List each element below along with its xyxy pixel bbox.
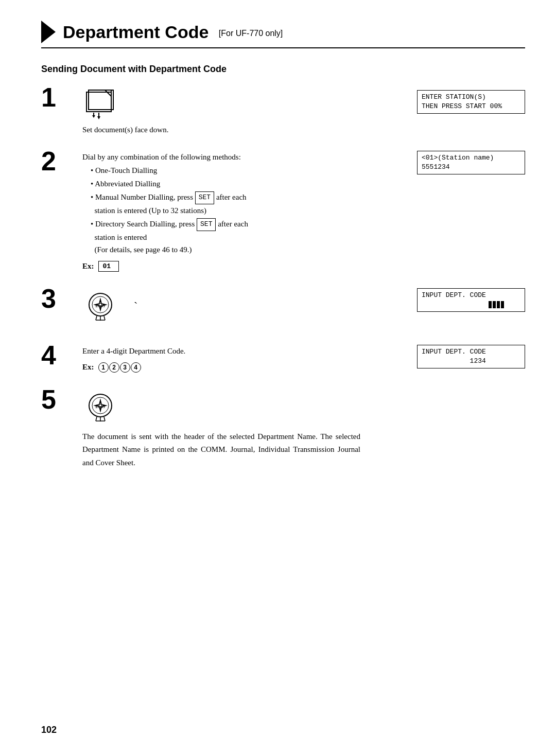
step-4-ex: Ex: 1234 bbox=[82, 362, 371, 373]
step-2-number: 2 bbox=[41, 148, 77, 174]
ex-box-2: 01 bbox=[98, 261, 119, 272]
step-2-ex: Ex: 01 bbox=[82, 261, 371, 272]
section-title: Sending Document with Department Code bbox=[41, 64, 525, 75]
svg-text:START: START bbox=[95, 305, 106, 308]
page-title: Department Code [For UF-770 only] bbox=[63, 22, 283, 42]
step-2-content: Dial by any combination of the following… bbox=[77, 151, 371, 272]
page-header: Department Code [For UF-770 only] bbox=[41, 21, 525, 48]
svg-rect-0 bbox=[86, 92, 111, 112]
step-4-row: 4 Enter a 4-digit Department Code. Ex: 1… bbox=[41, 345, 525, 373]
step-1-lcd: ENTER STATION(S) THEN PRESS START 00% bbox=[381, 90, 525, 114]
svg-marker-6 bbox=[97, 116, 100, 119]
step-5-description: The document is sent with the header of … bbox=[82, 430, 360, 470]
circled-2: 2 bbox=[109, 362, 119, 373]
svg-marker-5 bbox=[92, 115, 95, 118]
ex-label-4: Ex: bbox=[82, 363, 94, 372]
set-button-inline-1: SET bbox=[195, 191, 214, 204]
svg-line-27 bbox=[96, 417, 97, 421]
steps-container: 1 Set document(s) face down. bbox=[41, 87, 525, 486]
svg-text:START: START bbox=[95, 406, 106, 409]
step-2-intro: Dial by any combination of the following… bbox=[82, 151, 371, 256]
step-4-content: Enter a 4-digit Department Code. Ex: 123… bbox=[77, 345, 371, 373]
step-1-number: 1 bbox=[41, 84, 77, 111]
start-button-icon-3: START bbox=[82, 288, 118, 324]
svg-line-17 bbox=[104, 316, 105, 320]
lcd-display-3: INPUT DEPT. CODE bbox=[417, 288, 525, 312]
svg-rect-1 bbox=[89, 90, 113, 110]
set-button-inline-2: SET bbox=[197, 218, 216, 231]
step-4-lcd: INPUT DEPT. CODE 1234 bbox=[381, 345, 525, 368]
lcd-display-4: INPUT DEPT. CODE 1234 bbox=[417, 345, 525, 368]
header-arrow-icon bbox=[41, 21, 56, 43]
title-subtitle: [For UF-770 only] bbox=[219, 29, 283, 38]
svg-marker-21 bbox=[99, 398, 102, 405]
step-2-row: 2 Dial by any combination of the followi… bbox=[41, 151, 525, 272]
svg-marker-9 bbox=[99, 297, 102, 304]
page-number: 102 bbox=[41, 725, 57, 735]
tilde-mark-3: ` bbox=[134, 300, 137, 313]
step-3-lcd: INPUT DEPT. CODE bbox=[381, 288, 525, 312]
ex-label-2: Ex: bbox=[82, 262, 94, 271]
circled-4: 4 bbox=[131, 362, 141, 373]
svg-line-15 bbox=[96, 316, 97, 320]
step-1-description: Set document(s) face down. bbox=[82, 126, 371, 134]
step-5-row: 5 START The documen bbox=[41, 389, 525, 470]
step-1-row: 1 Set document(s) face down. bbox=[41, 87, 525, 134]
step-3-number: 3 bbox=[41, 285, 77, 312]
step-4-description: Enter a 4-digit Department Code. bbox=[82, 345, 371, 357]
circled-1: 1 bbox=[98, 362, 109, 373]
step-5-number: 5 bbox=[41, 386, 77, 413]
step-2-lcd: <01>(Station name) 5551234 bbox=[381, 151, 525, 174]
circled-3: 3 bbox=[120, 362, 130, 373]
svg-line-29 bbox=[104, 417, 105, 421]
step-1-content: Set document(s) face down. bbox=[77, 87, 371, 134]
step-3-row: 3 bbox=[41, 288, 525, 324]
lcd-display-1: ENTER STATION(S) THEN PRESS START 00% bbox=[417, 90, 525, 114]
svg-line-2 bbox=[105, 90, 111, 96]
circled-numbers: 1234 bbox=[98, 362, 142, 373]
step-5-content: START The document is sent with the head… bbox=[77, 389, 525, 470]
step-3-icon-area: START ` bbox=[82, 288, 371, 324]
start-button-icon-5: START bbox=[82, 389, 118, 425]
step-4-number: 4 bbox=[41, 342, 77, 368]
lcd-display-2: <01>(Station name) 5551234 bbox=[417, 151, 525, 174]
document-facedown-icon bbox=[82, 87, 118, 120]
step-3-content: START ` bbox=[77, 288, 371, 324]
title-text: Department Code bbox=[63, 22, 208, 42]
